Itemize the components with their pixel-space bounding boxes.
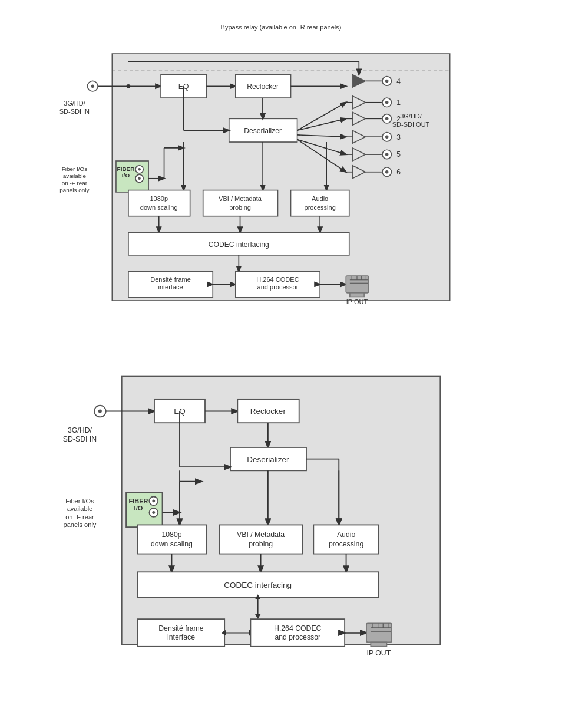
svg-point-118 bbox=[98, 410, 102, 413]
diagram2-svg: 3G/HD/ SD-SDI IN EQ Reclocker Deserializ… bbox=[28, 362, 534, 666]
svg-text:VBI / Metadata: VBI / Metadata bbox=[219, 195, 262, 202]
svg-text:Deserializer: Deserializer bbox=[247, 455, 289, 464]
svg-text:probing: probing bbox=[249, 540, 273, 548]
svg-rect-85 bbox=[291, 190, 349, 216]
svg-text:Audio: Audio bbox=[337, 531, 356, 539]
svg-rect-157 bbox=[313, 525, 379, 554]
svg-point-52 bbox=[385, 153, 389, 156]
svg-text:processing: processing bbox=[305, 204, 336, 211]
svg-point-58 bbox=[385, 170, 389, 174]
svg-text:CODEC interfacing: CODEC interfacing bbox=[209, 241, 269, 249]
svg-text:panels only: panels only bbox=[64, 521, 97, 528]
svg-rect-105 bbox=[350, 293, 364, 297]
svg-text:SD-SDI IN: SD-SDI IN bbox=[59, 108, 90, 115]
svg-rect-154 bbox=[220, 525, 303, 554]
svg-text:IP OUT: IP OUT bbox=[346, 298, 368, 305]
svg-text:4: 4 bbox=[396, 77, 401, 85]
svg-point-138 bbox=[152, 511, 155, 514]
svg-point-136 bbox=[152, 500, 155, 503]
diagram1-wrapper: Bypass relay (available on -R rear panel… bbox=[28, 24, 534, 327]
svg-rect-79 bbox=[128, 190, 190, 216]
svg-text:processing: processing bbox=[329, 540, 363, 548]
svg-text:interface: interface bbox=[167, 633, 195, 641]
svg-text:3G/HD/: 3G/HD/ bbox=[400, 113, 422, 120]
svg-text:SD-SDI OUT: SD-SDI OUT bbox=[392, 121, 430, 128]
svg-text:H.264 CODEC: H.264 CODEC bbox=[256, 276, 299, 283]
svg-text:SD-SDI IN: SD-SDI IN bbox=[63, 435, 97, 443]
svg-text:Reclocker: Reclocker bbox=[250, 407, 286, 416]
svg-text:on -F rear: on -F rear bbox=[62, 180, 88, 186]
svg-text:I/O: I/O bbox=[122, 172, 130, 179]
svg-rect-151 bbox=[138, 525, 207, 554]
svg-text:Reclocker: Reclocker bbox=[247, 83, 279, 91]
svg-text:1: 1 bbox=[396, 98, 401, 107]
svg-text:probing: probing bbox=[229, 204, 251, 211]
svg-text:3: 3 bbox=[396, 133, 401, 141]
svg-text:5: 5 bbox=[396, 150, 401, 159]
svg-text:3G/HD/: 3G/HD/ bbox=[64, 100, 86, 107]
svg-text:3G/HD/: 3G/HD/ bbox=[68, 427, 92, 435]
svg-text:down scaling: down scaling bbox=[151, 540, 193, 548]
svg-text:H.264 CODEC: H.264 CODEC bbox=[274, 624, 322, 633]
svg-point-68 bbox=[138, 177, 140, 180]
svg-text:CODEC interfacing: CODEC interfacing bbox=[224, 581, 292, 589]
svg-text:I/O: I/O bbox=[134, 505, 143, 512]
svg-point-36 bbox=[385, 117, 389, 121]
svg-text:VBI / Metadata: VBI / Metadata bbox=[237, 531, 285, 539]
svg-text:Densité frame: Densité frame bbox=[150, 276, 191, 283]
svg-text:Audio: Audio bbox=[312, 195, 328, 202]
svg-point-43 bbox=[385, 135, 389, 139]
svg-text:interface: interface bbox=[158, 284, 183, 291]
diagram2-wrapper: 3G/HD/ SD-SDI IN EQ Reclocker Deserializ… bbox=[28, 362, 534, 666]
svg-text:6: 6 bbox=[396, 168, 401, 176]
svg-text:IP OUT: IP OUT bbox=[367, 649, 391, 657]
svg-rect-104 bbox=[346, 276, 369, 293]
bypass-label: Bypass relay (available on -R rear panel… bbox=[28, 24, 534, 31]
svg-rect-82 bbox=[203, 190, 278, 216]
svg-text:down scaling: down scaling bbox=[140, 204, 178, 211]
svg-text:FIBER: FIBER bbox=[117, 166, 135, 172]
svg-text:1080p: 1080p bbox=[161, 531, 181, 539]
svg-text:Densité frame: Densité frame bbox=[158, 624, 204, 633]
main-container: Bypass relay (available on -R rear panel… bbox=[12, 12, 550, 678]
svg-text:and processor: and processor bbox=[275, 633, 320, 641]
svg-point-66 bbox=[138, 168, 140, 170]
svg-text:Deserializer: Deserializer bbox=[244, 127, 282, 135]
svg-text:available: available bbox=[63, 173, 87, 179]
svg-point-20 bbox=[385, 80, 389, 83]
svg-text:panels only: panels only bbox=[59, 187, 89, 193]
svg-text:Fiber I/Os: Fiber I/Os bbox=[65, 498, 94, 505]
svg-rect-180 bbox=[371, 643, 386, 647]
svg-text:Fiber I/Os: Fiber I/Os bbox=[62, 166, 88, 172]
svg-text:FIBER: FIBER bbox=[128, 498, 148, 505]
diagram1-svg: 3G/HD/ SD-SDI IN EQ Reclocker bbox=[28, 34, 534, 327]
svg-text:and processor: and processor bbox=[257, 284, 299, 291]
svg-point-3 bbox=[91, 84, 95, 88]
svg-text:1080p: 1080p bbox=[150, 195, 168, 202]
svg-text:available: available bbox=[67, 505, 93, 512]
svg-point-30 bbox=[385, 101, 389, 104]
svg-text:on -F rear: on -F rear bbox=[65, 513, 94, 521]
